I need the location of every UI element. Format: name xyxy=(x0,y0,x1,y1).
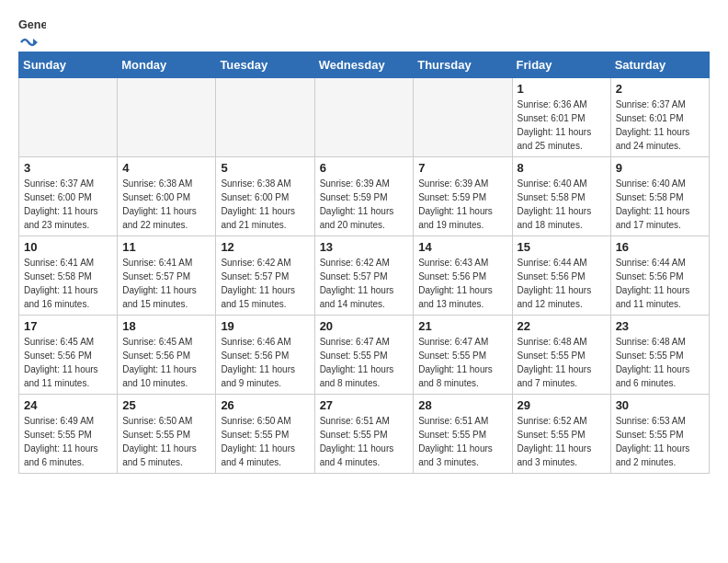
day-info: Sunrise: 6:36 AMSunset: 6:01 PMDaylight:… xyxy=(518,98,606,153)
calendar-cell: 4Sunrise: 6:38 AMSunset: 6:00 PMDaylight… xyxy=(118,157,216,236)
calendar-cell: 25Sunrise: 6:50 AMSunset: 5:55 PMDayligh… xyxy=(118,395,216,474)
logo: General xyxy=(18,18,46,44)
day-info: Sunrise: 6:40 AMSunset: 5:58 PMDaylight:… xyxy=(616,177,704,232)
calendar-cell: 10Sunrise: 6:41 AMSunset: 5:58 PMDayligh… xyxy=(19,236,118,316)
day-number: 2 xyxy=(616,82,704,96)
day-info: Sunrise: 6:39 AMSunset: 5:59 PMDaylight:… xyxy=(418,177,506,232)
day-number: 16 xyxy=(616,240,704,254)
calendar-cell: 16Sunrise: 6:44 AMSunset: 5:56 PMDayligh… xyxy=(610,236,709,316)
day-number: 3 xyxy=(24,161,112,175)
calendar-week-2: 10Sunrise: 6:41 AMSunset: 5:58 PMDayligh… xyxy=(19,236,710,316)
day-number: 6 xyxy=(320,161,409,175)
calendar-header-row: SundayMondayTuesdayWednesdayThursdayFrid… xyxy=(19,52,710,78)
day-number: 1 xyxy=(518,82,606,96)
calendar-week-4: 24Sunrise: 6:49 AMSunset: 5:55 PMDayligh… xyxy=(19,395,710,474)
calendar-cell xyxy=(19,78,118,157)
day-info: Sunrise: 6:39 AMSunset: 5:59 PMDaylight:… xyxy=(320,177,409,232)
day-info: Sunrise: 6:46 AMSunset: 5:56 PMDaylight:… xyxy=(221,335,309,390)
day-info: Sunrise: 6:48 AMSunset: 5:55 PMDaylight:… xyxy=(616,335,704,390)
day-info: Sunrise: 6:38 AMSunset: 6:00 PMDaylight:… xyxy=(122,177,210,232)
day-info: Sunrise: 6:38 AMSunset: 6:00 PMDaylight:… xyxy=(221,177,309,232)
day-info: Sunrise: 6:45 AMSunset: 5:56 PMDaylight:… xyxy=(24,335,112,390)
day-number: 26 xyxy=(221,398,309,412)
day-info: Sunrise: 6:37 AMSunset: 6:01 PMDaylight:… xyxy=(616,98,704,153)
svg-text:General: General xyxy=(18,18,46,31)
day-number: 11 xyxy=(122,240,210,254)
calendar-cell: 1Sunrise: 6:36 AMSunset: 6:01 PMDaylight… xyxy=(512,78,610,157)
day-number: 30 xyxy=(616,398,704,412)
calendar-week-1: 3Sunrise: 6:37 AMSunset: 6:00 PMDaylight… xyxy=(19,157,710,236)
day-number: 22 xyxy=(518,319,606,333)
calendar-cell: 2Sunrise: 6:37 AMSunset: 6:01 PMDaylight… xyxy=(610,78,709,157)
day-number: 4 xyxy=(122,161,210,175)
calendar-header-thursday: Thursday xyxy=(414,52,512,78)
calendar-cell: 24Sunrise: 6:49 AMSunset: 5:55 PMDayligh… xyxy=(19,395,118,474)
calendar-cell: 18Sunrise: 6:45 AMSunset: 5:56 PMDayligh… xyxy=(118,316,216,395)
calendar-week-0: 1Sunrise: 6:36 AMSunset: 6:01 PMDaylight… xyxy=(19,78,710,157)
calendar-cell xyxy=(216,78,314,157)
calendar-cell: 19Sunrise: 6:46 AMSunset: 5:56 PMDayligh… xyxy=(216,316,314,395)
calendar-cell: 14Sunrise: 6:43 AMSunset: 5:56 PMDayligh… xyxy=(414,236,512,316)
calendar-cell: 12Sunrise: 6:42 AMSunset: 5:57 PMDayligh… xyxy=(216,236,314,316)
day-info: Sunrise: 6:51 AMSunset: 5:55 PMDaylight:… xyxy=(320,414,409,469)
calendar-cell: 23Sunrise: 6:48 AMSunset: 5:55 PMDayligh… xyxy=(610,316,709,395)
calendar-cell: 20Sunrise: 6:47 AMSunset: 5:55 PMDayligh… xyxy=(314,316,414,395)
day-info: Sunrise: 6:42 AMSunset: 5:57 PMDaylight:… xyxy=(221,256,309,311)
day-number: 17 xyxy=(24,319,112,333)
logo-icon: General xyxy=(18,18,46,35)
svg-marker-1 xyxy=(33,39,38,46)
calendar-cell: 8Sunrise: 6:40 AMSunset: 5:58 PMDaylight… xyxy=(512,157,610,236)
calendar-cell: 13Sunrise: 6:42 AMSunset: 5:57 PMDayligh… xyxy=(314,236,414,316)
day-number: 7 xyxy=(418,161,506,175)
day-number: 9 xyxy=(616,161,704,175)
calendar-cell xyxy=(414,78,512,157)
calendar-cell: 11Sunrise: 6:41 AMSunset: 5:57 PMDayligh… xyxy=(118,236,216,316)
day-info: Sunrise: 6:40 AMSunset: 5:58 PMDaylight:… xyxy=(518,177,606,232)
calendar-header-monday: Monday xyxy=(118,52,216,78)
calendar-cell xyxy=(118,78,216,157)
calendar-header-saturday: Saturday xyxy=(610,52,709,78)
header: General xyxy=(18,15,710,44)
calendar-header-tuesday: Tuesday xyxy=(216,52,314,78)
calendar-cell: 28Sunrise: 6:51 AMSunset: 5:55 PMDayligh… xyxy=(414,395,512,474)
calendar-cell: 21Sunrise: 6:47 AMSunset: 5:55 PMDayligh… xyxy=(414,316,512,395)
day-number: 21 xyxy=(418,319,506,333)
day-info: Sunrise: 6:41 AMSunset: 5:57 PMDaylight:… xyxy=(122,256,210,311)
day-info: Sunrise: 6:44 AMSunset: 5:56 PMDaylight:… xyxy=(518,256,606,311)
calendar-cell: 5Sunrise: 6:38 AMSunset: 6:00 PMDaylight… xyxy=(216,157,314,236)
calendar-cell: 3Sunrise: 6:37 AMSunset: 6:00 PMDaylight… xyxy=(19,157,118,236)
day-info: Sunrise: 6:48 AMSunset: 5:55 PMDaylight:… xyxy=(518,335,606,390)
calendar-cell: 7Sunrise: 6:39 AMSunset: 5:59 PMDaylight… xyxy=(414,157,512,236)
day-number: 29 xyxy=(518,398,606,412)
calendar-cell: 15Sunrise: 6:44 AMSunset: 5:56 PMDayligh… xyxy=(512,236,610,316)
day-info: Sunrise: 6:43 AMSunset: 5:56 PMDaylight:… xyxy=(418,256,506,311)
day-info: Sunrise: 6:53 AMSunset: 5:55 PMDaylight:… xyxy=(616,414,704,469)
day-number: 8 xyxy=(518,161,606,175)
day-info: Sunrise: 6:51 AMSunset: 5:55 PMDaylight:… xyxy=(418,414,506,469)
day-number: 15 xyxy=(518,240,606,254)
calendar-header-friday: Friday xyxy=(512,52,610,78)
calendar-cell: 6Sunrise: 6:39 AMSunset: 5:59 PMDaylight… xyxy=(314,157,414,236)
day-info: Sunrise: 6:42 AMSunset: 5:57 PMDaylight:… xyxy=(320,256,409,311)
day-info: Sunrise: 6:50 AMSunset: 5:55 PMDaylight:… xyxy=(122,414,210,469)
calendar-cell: 27Sunrise: 6:51 AMSunset: 5:55 PMDayligh… xyxy=(314,395,414,474)
day-number: 10 xyxy=(24,240,112,254)
day-number: 20 xyxy=(320,319,409,333)
calendar: SundayMondayTuesdayWednesdayThursdayFrid… xyxy=(18,52,710,474)
calendar-header-sunday: Sunday xyxy=(19,52,118,78)
calendar-week-3: 17Sunrise: 6:45 AMSunset: 5:56 PMDayligh… xyxy=(19,316,710,395)
calendar-cell xyxy=(314,78,414,157)
day-number: 12 xyxy=(221,240,309,254)
calendar-cell: 26Sunrise: 6:50 AMSunset: 5:55 PMDayligh… xyxy=(216,395,314,474)
calendar-cell: 17Sunrise: 6:45 AMSunset: 5:56 PMDayligh… xyxy=(19,316,118,395)
day-number: 27 xyxy=(320,398,409,412)
day-info: Sunrise: 6:52 AMSunset: 5:55 PMDaylight:… xyxy=(518,414,606,469)
day-info: Sunrise: 6:45 AMSunset: 5:56 PMDaylight:… xyxy=(122,335,210,390)
day-number: 24 xyxy=(24,398,112,412)
calendar-header-wednesday: Wednesday xyxy=(314,52,414,78)
day-number: 14 xyxy=(418,240,506,254)
day-number: 25 xyxy=(122,398,210,412)
day-info: Sunrise: 6:44 AMSunset: 5:56 PMDaylight:… xyxy=(616,256,704,311)
day-number: 5 xyxy=(221,161,309,175)
day-number: 28 xyxy=(418,398,506,412)
